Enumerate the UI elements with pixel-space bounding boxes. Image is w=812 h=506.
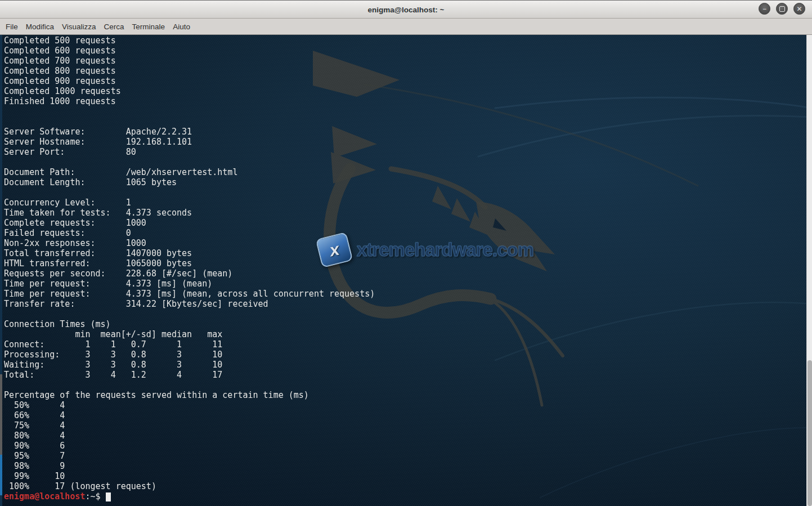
maximize-button[interactable] bbox=[776, 3, 788, 15]
left-edge-strip bbox=[0, 35, 2, 506]
menu-cerca[interactable]: Cerca bbox=[100, 20, 128, 33]
prompt-user-host: enigma@localhost bbox=[4, 491, 86, 501]
menu-file[interactable]: File bbox=[2, 20, 22, 33]
window-title: enigma@localhost: ~ bbox=[368, 5, 445, 14]
scrollbar-track[interactable] bbox=[806, 35, 812, 506]
menubar: File Modifica Visualizza Cerca Terminale… bbox=[0, 19, 812, 35]
left-strip-blue-segment bbox=[0, 455, 2, 495]
menu-aiuto[interactable]: Aiuto bbox=[169, 20, 194, 33]
minimize-button[interactable]: − bbox=[759, 3, 770, 15]
menu-terminale[interactable]: Terminale bbox=[128, 20, 169, 33]
minimize-icon: − bbox=[762, 5, 766, 12]
close-button[interactable]: ✕ bbox=[793, 3, 805, 15]
prompt-path: :~$ bbox=[86, 491, 101, 501]
shell-prompt[interactable]: enigma@localhost:~$ bbox=[0, 491, 812, 501]
terminal-screen[interactable]: x xtremehardware.com Completed 500 reque… bbox=[0, 35, 812, 506]
menu-modifica[interactable]: Modifica bbox=[22, 20, 58, 33]
close-icon: ✕ bbox=[796, 5, 802, 12]
titlebar[interactable]: enigma@localhost: ~ − ✕ bbox=[0, 0, 812, 19]
terminal-output: Completed 500 requests Completed 600 req… bbox=[0, 35, 812, 491]
left-strip-gray-segment bbox=[0, 374, 2, 455]
maximize-icon bbox=[779, 6, 785, 12]
scrollbar-thumb[interactable] bbox=[807, 360, 812, 506]
menu-visualizza[interactable]: Visualizza bbox=[58, 20, 100, 33]
window-controls: − ✕ bbox=[759, 3, 805, 15]
terminal-cursor bbox=[106, 492, 111, 501]
